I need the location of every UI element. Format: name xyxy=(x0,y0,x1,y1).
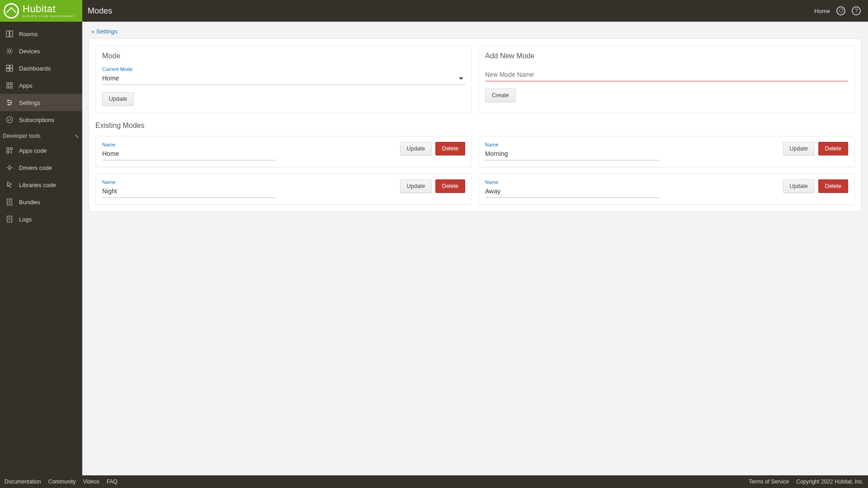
drivers-code-icon xyxy=(5,164,14,172)
sidebar-item-logs[interactable]: Logs xyxy=(0,211,82,228)
update-existing-button[interactable]: Update xyxy=(400,142,432,155)
mode-name-input[interactable] xyxy=(102,148,276,160)
chat-icon[interactable] xyxy=(836,6,845,15)
svg-rect-16 xyxy=(10,148,13,150)
page-title: Modes xyxy=(82,6,112,16)
svg-rect-6 xyxy=(10,69,13,71)
topbar: Hubitat ELEVATE YOUR ENVIRONMENT Modes H… xyxy=(0,0,868,22)
svg-rect-10 xyxy=(10,86,13,89)
brand-tagline: ELEVATE YOUR ENVIRONMENT xyxy=(23,15,75,18)
footer-link-faq[interactable]: FAQ xyxy=(107,479,118,485)
sidebar-item-label: Apps code xyxy=(19,147,47,154)
existing-mode-card: NameUpdateDelete xyxy=(95,136,472,167)
current-mode-select-wrap: HomeMorningNightAway xyxy=(102,73,465,85)
svg-rect-19 xyxy=(7,199,12,205)
update-mode-button[interactable]: Update xyxy=(102,92,134,106)
svg-rect-7 xyxy=(7,83,9,85)
dev-tools-header[interactable]: Developer tools ⤡ xyxy=(0,128,82,142)
sidebar-item-rooms[interactable]: Rooms xyxy=(0,25,82,42)
content: « Settings Mode Current Mode HomeMorning… xyxy=(82,22,868,475)
sidebar-item-label: Drivers code xyxy=(19,164,52,171)
add-mode-card: Add New Mode Create xyxy=(478,45,855,113)
create-mode-button[interactable]: Create xyxy=(485,89,516,102)
apps-code-icon xyxy=(5,146,14,155)
svg-rect-5 xyxy=(6,69,9,71)
breadcrumb-back-link[interactable]: « Settings xyxy=(91,28,118,35)
sidebar: Rooms Devices Dashboards Apps Settings xyxy=(0,22,82,475)
footer-link-videos[interactable]: Videos xyxy=(83,479,99,485)
svg-point-2 xyxy=(8,50,11,52)
update-existing-button[interactable]: Update xyxy=(783,142,815,155)
sidebar-item-label: Bundles xyxy=(19,199,40,206)
rooms-icon xyxy=(5,30,14,38)
sidebar-item-devices[interactable]: Devices xyxy=(0,42,82,60)
help-icon[interactable]: ? xyxy=(852,6,861,15)
logo-text: Hubitat ELEVATE YOUR ENVIRONMENT xyxy=(23,4,75,18)
footer-copyright: Copyright 2022 Hubitat, Inc. xyxy=(796,479,863,485)
settings-icon xyxy=(5,99,14,107)
svg-rect-0 xyxy=(6,31,9,37)
new-mode-input[interactable] xyxy=(485,69,848,81)
existing-modes-title: Existing Modes xyxy=(89,120,861,130)
mode-name-input[interactable] xyxy=(485,186,659,198)
svg-rect-15 xyxy=(7,148,9,150)
sidebar-item-drivers-code[interactable]: Drivers code xyxy=(0,159,82,176)
footer-tos[interactable]: Terms of Service xyxy=(749,479,789,485)
devices-icon xyxy=(5,47,14,55)
sidebar-item-label: Libraries code xyxy=(19,182,56,188)
sidebar-item-label: Rooms xyxy=(19,31,38,38)
delete-existing-button[interactable]: Delete xyxy=(435,142,465,155)
libraries-code-icon xyxy=(5,181,14,189)
update-existing-button[interactable]: Update xyxy=(400,179,432,193)
topbar-right: Home ? xyxy=(814,6,868,15)
sidebar-item-bundles[interactable]: Bundles xyxy=(0,193,82,211)
mode-name-label: Name xyxy=(102,179,276,185)
sidebar-item-label: Logs xyxy=(19,216,32,223)
delete-existing-button[interactable]: Delete xyxy=(818,142,848,155)
mode-name-label: Name xyxy=(485,179,659,185)
add-mode-title: Add New Mode xyxy=(485,52,848,60)
footer-link-community[interactable]: Community xyxy=(48,479,76,485)
svg-point-12 xyxy=(10,102,12,103)
sidebar-item-subscriptions[interactable]: Subscriptions xyxy=(0,111,82,128)
sidebar-item-settings[interactable]: Settings xyxy=(0,94,82,111)
svg-rect-4 xyxy=(10,65,13,68)
sidebar-item-apps[interactable]: Apps xyxy=(0,77,82,94)
svg-rect-8 xyxy=(10,83,13,85)
svg-point-13 xyxy=(8,104,9,105)
current-mode-select[interactable]: HomeMorningNightAway xyxy=(102,73,465,84)
sidebar-item-apps-code[interactable]: Apps code xyxy=(0,142,82,159)
mode-name-label: Name xyxy=(485,142,659,147)
subscriptions-icon xyxy=(5,116,14,124)
collapse-icon[interactable]: ⤡ xyxy=(75,133,79,139)
existing-mode-card: NameUpdateDelete xyxy=(478,136,855,167)
footer-link-documentation[interactable]: Documentation xyxy=(5,479,41,485)
sidebar-item-dashboards[interactable]: Dashboards xyxy=(0,60,82,77)
delete-existing-button[interactable]: Delete xyxy=(435,179,465,193)
sidebar-item-label: Apps xyxy=(19,82,33,89)
svg-point-11 xyxy=(8,100,9,101)
sidebar-item-libraries-code[interactable]: Libraries code xyxy=(0,176,82,193)
dev-tools-label: Developer tools xyxy=(3,133,40,139)
existing-mode-card: NameUpdateDelete xyxy=(95,174,472,205)
mode-name-input[interactable] xyxy=(102,186,276,198)
update-existing-button[interactable]: Update xyxy=(783,179,815,193)
mode-name-input[interactable] xyxy=(485,148,659,160)
svg-rect-17 xyxy=(7,151,9,154)
mode-card: Mode Current Mode HomeMorningNightAway U… xyxy=(95,45,472,113)
logo[interactable]: Hubitat ELEVATE YOUR ENVIRONMENT xyxy=(0,0,82,22)
sidebar-item-label: Dashboards xyxy=(19,65,51,72)
sidebar-item-label: Settings xyxy=(19,99,40,106)
svg-rect-1 xyxy=(10,31,13,37)
footer: Documentation Community Videos FAQ Terms… xyxy=(0,475,868,488)
delete-existing-button[interactable]: Delete xyxy=(818,179,848,193)
breadcrumb: « Settings xyxy=(82,22,868,38)
existing-mode-card: NameUpdateDelete xyxy=(478,174,855,205)
home-link[interactable]: Home xyxy=(814,8,830,14)
sidebar-item-label: Subscriptions xyxy=(19,117,54,123)
main-panel: Mode Current Mode HomeMorningNightAway U… xyxy=(89,38,862,211)
mode-card-title: Mode xyxy=(102,52,465,60)
existing-modes-grid: NameUpdateDeleteNameUpdateDeleteNameUpda… xyxy=(89,130,861,211)
apps-icon xyxy=(5,81,14,89)
svg-point-18 xyxy=(8,166,11,169)
